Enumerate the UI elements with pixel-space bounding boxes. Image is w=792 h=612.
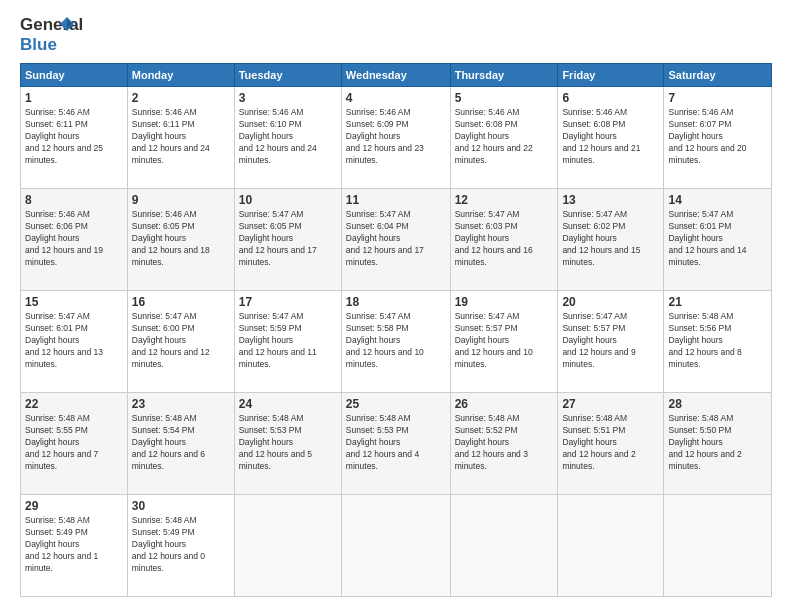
table-row: 30Sunrise: 5:48 AMSunset: 5:49 PMDayligh… [127, 495, 234, 597]
table-row [558, 495, 664, 597]
table-row: 29Sunrise: 5:48 AMSunset: 5:49 PMDayligh… [21, 495, 128, 597]
table-row: 16Sunrise: 5:47 AMSunset: 6:00 PMDayligh… [127, 291, 234, 393]
col-header-wednesday: Wednesday [341, 64, 450, 87]
col-header-thursday: Thursday [450, 64, 558, 87]
table-row: 12Sunrise: 5:47 AMSunset: 6:03 PMDayligh… [450, 189, 558, 291]
calendar: SundayMondayTuesdayWednesdayThursdayFrid… [20, 63, 772, 597]
table-row: 17Sunrise: 5:47 AMSunset: 5:59 PMDayligh… [234, 291, 341, 393]
table-row: 3Sunrise: 5:46 AMSunset: 6:10 PMDaylight… [234, 87, 341, 189]
col-header-monday: Monday [127, 64, 234, 87]
table-row: 5Sunrise: 5:46 AMSunset: 6:08 PMDaylight… [450, 87, 558, 189]
table-row: 20Sunrise: 5:47 AMSunset: 5:57 PMDayligh… [558, 291, 664, 393]
table-row: 11Sunrise: 5:47 AMSunset: 6:04 PMDayligh… [341, 189, 450, 291]
table-row: 28Sunrise: 5:48 AMSunset: 5:50 PMDayligh… [664, 393, 772, 495]
col-header-tuesday: Tuesday [234, 64, 341, 87]
logo: General Blue [20, 15, 72, 53]
table-row: 19Sunrise: 5:47 AMSunset: 5:57 PMDayligh… [450, 291, 558, 393]
table-row: 7Sunrise: 5:46 AMSunset: 6:07 PMDaylight… [664, 87, 772, 189]
table-row [234, 495, 341, 597]
col-header-saturday: Saturday [664, 64, 772, 87]
header: General Blue [20, 15, 772, 53]
table-row: 23Sunrise: 5:48 AMSunset: 5:54 PMDayligh… [127, 393, 234, 495]
table-row: 8Sunrise: 5:46 AMSunset: 6:06 PMDaylight… [21, 189, 128, 291]
table-row: 2Sunrise: 5:46 AMSunset: 6:11 PMDaylight… [127, 87, 234, 189]
table-row: 24Sunrise: 5:48 AMSunset: 5:53 PMDayligh… [234, 393, 341, 495]
table-row: 15Sunrise: 5:47 AMSunset: 6:01 PMDayligh… [21, 291, 128, 393]
table-row: 27Sunrise: 5:48 AMSunset: 5:51 PMDayligh… [558, 393, 664, 495]
table-row: 1Sunrise: 5:46 AMSunset: 6:11 PMDaylight… [21, 87, 128, 189]
table-row: 25Sunrise: 5:48 AMSunset: 5:53 PMDayligh… [341, 393, 450, 495]
table-row: 14Sunrise: 5:47 AMSunset: 6:01 PMDayligh… [664, 189, 772, 291]
table-row [341, 495, 450, 597]
table-row: 22Sunrise: 5:48 AMSunset: 5:55 PMDayligh… [21, 393, 128, 495]
table-row: 9Sunrise: 5:46 AMSunset: 6:05 PMDaylight… [127, 189, 234, 291]
table-row [664, 495, 772, 597]
table-row: 13Sunrise: 5:47 AMSunset: 6:02 PMDayligh… [558, 189, 664, 291]
table-row: 26Sunrise: 5:48 AMSunset: 5:52 PMDayligh… [450, 393, 558, 495]
table-row: 10Sunrise: 5:47 AMSunset: 6:05 PMDayligh… [234, 189, 341, 291]
table-row: 6Sunrise: 5:46 AMSunset: 6:08 PMDaylight… [558, 87, 664, 189]
table-row: 18Sunrise: 5:47 AMSunset: 5:58 PMDayligh… [341, 291, 450, 393]
table-row: 4Sunrise: 5:46 AMSunset: 6:09 PMDaylight… [341, 87, 450, 189]
table-row: 21Sunrise: 5:48 AMSunset: 5:56 PMDayligh… [664, 291, 772, 393]
table-row [450, 495, 558, 597]
col-header-friday: Friday [558, 64, 664, 87]
col-header-sunday: Sunday [21, 64, 128, 87]
